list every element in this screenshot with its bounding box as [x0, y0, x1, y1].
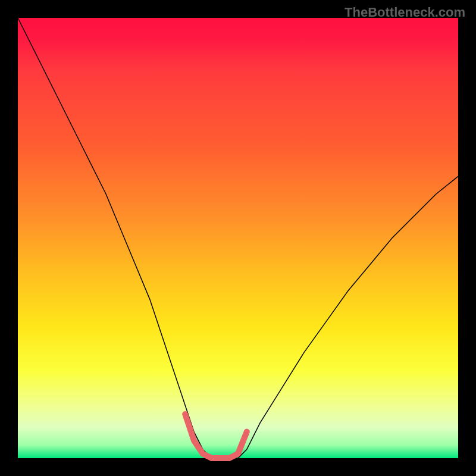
valley-highlight [185, 414, 247, 458]
plot-area [18, 18, 458, 458]
watermark-text: TheBottleneck.com [345, 5, 465, 20]
main-curve [18, 18, 458, 458]
chart-svg [18, 18, 458, 458]
